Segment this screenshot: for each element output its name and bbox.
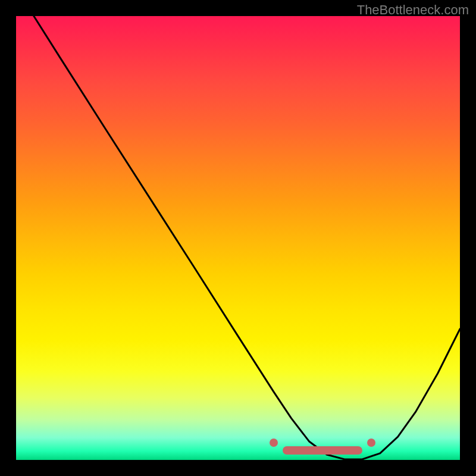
curve-svg [16,16,460,460]
plot-area [16,16,460,460]
watermark-text: TheBottleneck.com [357,2,469,18]
marker-band [283,446,362,455]
marker-dot-left [270,439,278,447]
marker-dot-right [367,439,375,447]
bottleneck-curve [34,16,460,459]
